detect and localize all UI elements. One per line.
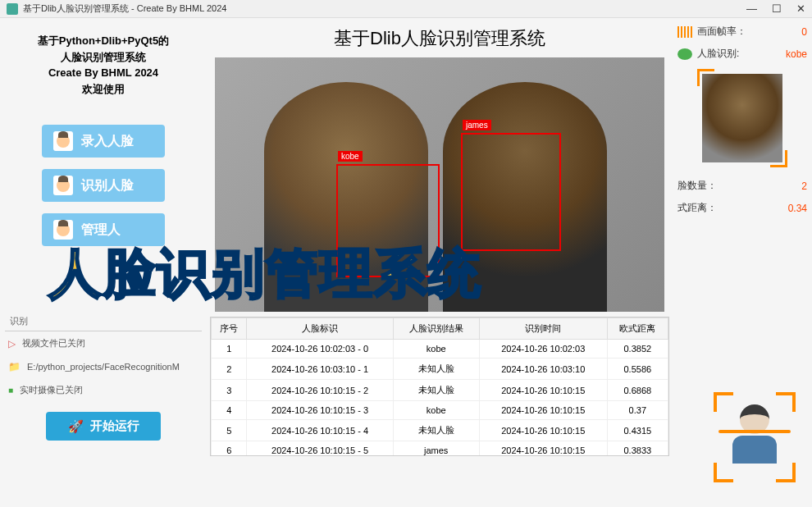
path-row[interactable]: E:/python_projects/FaceRecognitionM	[5, 355, 202, 378]
face-crop-display	[697, 69, 787, 167]
fps-stat: 画面帧率： 0	[677, 25, 807, 39]
distance-stat: 式距离： 0.34	[677, 201, 807, 215]
titlebar: 基于Dlib人脸识别管理系统 - Create By BHML 2024 — ☐…	[0, 0, 812, 18]
minimize-button[interactable]: —	[746, 2, 757, 15]
table-header: 欧式距离	[607, 318, 668, 340]
scan-graphic	[714, 392, 796, 482]
fps-icon	[677, 26, 692, 38]
table-row[interactable]: 12024-10-26 10:02:03 - 0kobe2024-10-26 1…	[212, 340, 668, 359]
face-icon	[53, 220, 73, 240]
rocket-icon: 🚀	[68, 419, 84, 434]
maximize-button[interactable]: ☐	[772, 2, 782, 15]
table-row[interactable]: 32024-10-26 10:10:15 - 2未知人脸2024-10-26 1…	[212, 380, 668, 401]
table-header: 人脸识别结果	[393, 318, 479, 340]
table-header: 序号	[212, 318, 247, 340]
camera-row[interactable]: 实时摄像已关闭	[5, 378, 202, 402]
app-icon	[7, 3, 18, 15]
manage-face-button[interactable]: 管理人	[42, 213, 165, 246]
left-panel: 基于Python+Dlib+PyQt5的 人脸识别管理系统 Create By …	[0, 18, 207, 507]
results-table: 序号人脸标识人脸识别结果识别时间欧式距离 12024-10-26 10:02:0…	[210, 317, 669, 456]
video-display: kobe james	[215, 57, 664, 312]
video-file-row[interactable]: 视频文件已关闭	[5, 331, 202, 355]
identify-tab[interactable]: 识别	[5, 312, 202, 331]
recognize-face-button[interactable]: 识别人脸	[42, 169, 165, 202]
face-box-2: james	[461, 133, 561, 251]
enter-face-button[interactable]: 录入人脸	[42, 125, 165, 158]
face-box-1: kobe	[336, 164, 440, 277]
recognition-stat: 人脸识别: kobe	[677, 47, 807, 61]
recognition-icon	[677, 48, 692, 60]
window-title: 基于Dlib人脸识别管理系统 - Create By BHML 2024	[23, 2, 226, 15]
table-row[interactable]: 62024-10-26 10:10:15 - 5james2024-10-26 …	[212, 441, 668, 457]
table-header: 识别时间	[479, 318, 607, 340]
table-row[interactable]: 52024-10-26 10:10:15 - 4未知人脸2024-10-26 1…	[212, 420, 668, 441]
table-row[interactable]: 42024-10-26 10:10:15 - 3kobe2024-10-26 1…	[212, 401, 668, 420]
page-title: 基于Dlib人脸识别管理系统	[210, 21, 669, 57]
info-block: 基于Python+Dlib+PyQt5的 人脸识别管理系统 Create By …	[5, 23, 202, 113]
count-stat: 脸数量： 2	[677, 179, 807, 193]
table-header: 人脸标识	[247, 318, 393, 340]
center-panel: 基于Dlib人脸识别管理系统 kobe james 序号人脸标识人脸识别结果识别…	[207, 18, 673, 507]
face-icon	[53, 176, 73, 195]
run-button[interactable]: 🚀 开始运行	[46, 412, 161, 441]
face-icon	[53, 131, 73, 151]
close-button[interactable]: ✕	[796, 2, 805, 15]
table-row[interactable]: 22024-10-26 10:03:10 - 1未知人脸2024-10-26 1…	[212, 359, 668, 380]
